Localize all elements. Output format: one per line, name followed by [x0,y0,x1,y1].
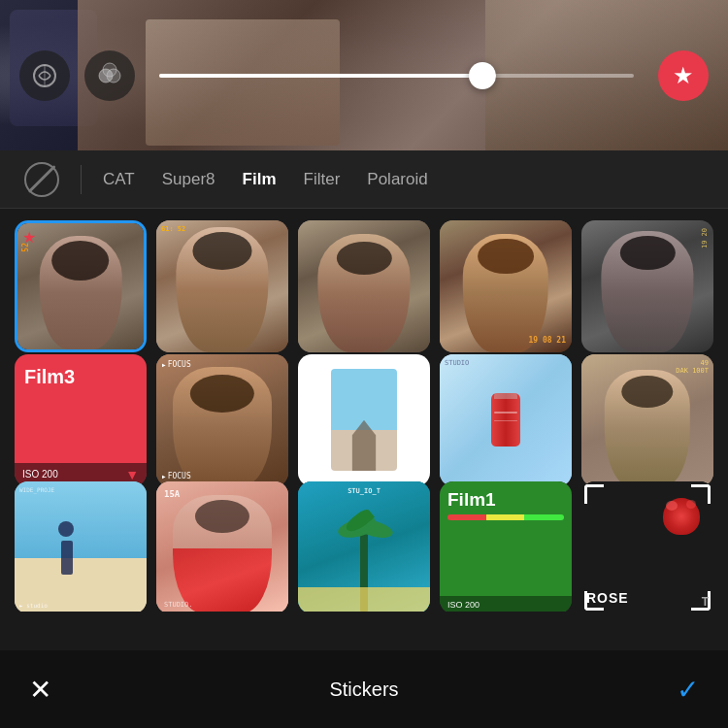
sticker-studio-label: STUDIO [445,359,469,367]
isa-label: 15A [164,489,180,499]
sticker-can[interactable]: STUDIO [440,354,572,486]
sticker-time-right: 19 20 [701,228,709,248]
tab-super8[interactable]: Super8 [149,162,229,197]
sticker-date: 19 08 21 [528,336,566,345]
sticker-film3[interactable]: Film3 ISO 200 ▼ [15,354,147,486]
sticker-focus[interactable]: ▶ FOCUS ▶ FOCUS [156,354,288,486]
tab-cat[interactable]: CAT [89,162,149,197]
studio2-label: STU̲IO̲T [347,487,381,495]
sticker-date-overlay: 52 [21,243,30,252]
confirm-button[interactable]: ✓ [677,674,699,706]
tab-polaroid[interactable]: Polaroid [353,162,441,197]
film1-label: Film1 [447,489,496,511]
rose-label: ROSE [586,590,629,606]
preview-image: ★ [0,0,728,150]
studio-label2: STUDIO. [164,601,193,609]
film1-sub: ISO 200 [440,596,572,612]
studio1-overlay: WIDE_PROJE [19,486,54,494]
film3-label: Film3 [24,366,75,388]
tab-filter[interactable]: Filter [290,162,354,197]
bottom-bar: ✕ Stickers ✓ [0,650,728,728]
no-filter-tab[interactable] [15,160,68,199]
sticker-dak[interactable]: 49DAK 100T [581,354,713,486]
tab-film[interactable]: Film [229,162,290,197]
dak-label: 49DAK 100T [676,359,709,375]
no-filter-icon [24,162,59,197]
cancel-button[interactable]: ✕ [29,674,51,706]
focus-label-bottom: ▶ FOCUS [162,472,191,480]
blend-icon[interactable] [84,50,135,101]
film3-arrow-icon: ▼ [125,467,139,482]
sticker-isa[interactable]: 15A STUDIO. [156,481,288,612]
sticker-film1[interactable]: Film1 ISO 200 [440,481,572,612]
focus-label-top: ▶ FOCUS [162,360,191,369]
studio1-bottom: ► studio [19,602,48,609]
rose-t-icon: T [702,595,709,609]
sticker-studio2[interactable]: STU̲IO̲T [298,481,430,612]
sticker-item[interactable]: 19 20 [581,220,713,352]
sticker-rose[interactable]: ROSE T [581,481,713,612]
sticker-item[interactable] [298,220,430,352]
sticker-item[interactable]: ★ 52 [15,220,147,352]
sticker-time-overlay: 61: 52 [161,225,185,233]
stickers-title: Stickers [329,678,398,701]
tab-divider [81,165,82,194]
svg-point-4 [103,63,116,77]
favorite-button[interactable]: ★ [658,50,709,101]
sticker-studio1[interactable]: WIDE_PROJE ► studio [15,481,147,612]
toolbar: ★ [0,0,728,150]
category-tabs: CAT Super8 Film Filter Polaroid [0,150,728,209]
effect-icon[interactable] [19,50,70,101]
film3-sub: ISO 200 [22,469,58,480]
sticker-item[interactable]: 61: 52 [156,220,288,352]
opacity-slider[interactable] [159,74,634,78]
sticker-grid: ★ 52 61: 52 19 08 21 [0,209,728,612]
sticker-white-frame[interactable] [298,354,430,486]
sticker-item[interactable]: 19 08 21 [440,220,572,352]
